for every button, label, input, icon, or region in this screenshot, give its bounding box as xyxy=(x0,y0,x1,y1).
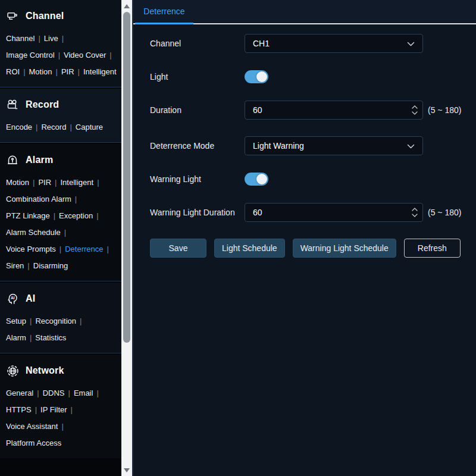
sidebar-item-combination-alarm[interactable]: Combination Alarm xyxy=(6,195,71,203)
sidebar-items-ai: Setup|Recognition|Alarm|Statistics xyxy=(6,313,95,346)
item-separator: | xyxy=(23,67,25,76)
sidebar-item-video-cover[interactable]: Video Cover xyxy=(64,51,106,60)
sidebar-item-platform-access[interactable]: Platform Access xyxy=(6,439,61,447)
tab-bar: Deterrence xyxy=(133,0,476,24)
warning-light-schedule-button[interactable]: Warning Light Schedule xyxy=(293,239,396,258)
sidebar-header-channel[interactable]: Channel xyxy=(6,8,121,24)
chevron-down-icon xyxy=(407,141,415,151)
light-toggle[interactable] xyxy=(245,70,268,83)
sidebar-item-motion[interactable]: Motion xyxy=(29,67,52,76)
save-button[interactable]: Save xyxy=(150,239,206,258)
sidebar-item-general[interactable]: General xyxy=(6,389,33,397)
scroll-up-button[interactable] xyxy=(121,1,132,11)
sidebar-item-group: HTTPS| xyxy=(6,402,40,418)
sidebar-item-group: Exception| xyxy=(59,208,102,224)
globe-icon xyxy=(6,364,19,377)
sidebar-item-deterrence[interactable]: Deterrence xyxy=(65,245,103,253)
warning-light-duration-label: Warning Light Duration xyxy=(150,208,245,217)
sidebar-header-record[interactable]: Record xyxy=(6,96,121,113)
item-separator: | xyxy=(30,333,32,342)
warning-light-label: Warning Light xyxy=(150,174,245,184)
cctv-camera-icon xyxy=(6,10,19,23)
sidebar-item-pir[interactable]: PIR xyxy=(61,67,74,76)
triangle-down-icon xyxy=(124,468,130,472)
warning-light-duration-spinner[interactable] xyxy=(412,203,418,222)
sidebar-item-group: Image Control| xyxy=(6,47,64,64)
sidebar-items-alarm: Motion|PIR|Intelligent|Combination Alarm… xyxy=(6,174,120,274)
sidebar-item-siren[interactable]: Siren xyxy=(6,261,24,270)
sidebar-item-setup[interactable]: Setup xyxy=(6,317,26,325)
deterrence-mode-select[interactable]: Light Warning xyxy=(245,136,423,155)
channel-select-value: CH1 xyxy=(253,39,270,48)
channel-label: Channel xyxy=(150,39,245,48)
deterrence-mode-value: Light Warning xyxy=(253,141,304,151)
duration-input[interactable] xyxy=(245,101,423,120)
item-separator: | xyxy=(61,422,63,431)
sidebar-item-recognition[interactable]: Recognition xyxy=(35,317,76,325)
warning-light-toggle[interactable] xyxy=(245,173,268,186)
sidebar-item-intelligent[interactable]: Intelligent xyxy=(60,178,93,187)
sidebar-title-channel: Channel xyxy=(26,11,64,21)
warning-light-duration-input[interactable] xyxy=(245,203,423,222)
sidebar-item-exception[interactable]: Exception xyxy=(59,211,93,220)
scroll-thumb[interactable] xyxy=(123,12,130,343)
sidebar-item-alarm[interactable]: Alarm xyxy=(6,333,26,342)
warning-light-duration-field xyxy=(245,203,423,222)
sidebar-item-disarming[interactable]: Disarming xyxy=(33,261,68,270)
refresh-button[interactable]: Refresh xyxy=(404,239,461,258)
sidebar-item-group: PIR| xyxy=(38,174,60,191)
sidebar-item-encode[interactable]: Encode xyxy=(6,123,32,131)
sidebar-item-group: Voice Prompts| xyxy=(6,241,65,258)
deterrence-mode-row: Deterrence Mode Light Warning xyxy=(150,136,476,155)
item-separator: | xyxy=(68,389,70,397)
sidebar-item-capture[interactable]: Capture xyxy=(76,123,103,131)
item-separator: | xyxy=(54,211,55,220)
sidebar-item-group: Motion| xyxy=(6,174,38,191)
sidebar-item-ddns[interactable]: DDNS xyxy=(43,389,65,397)
sidebar-item-ip-filter[interactable]: IP Filter xyxy=(40,405,67,414)
sidebar-item-pir[interactable]: PIR xyxy=(38,178,51,187)
item-separator: | xyxy=(55,178,57,187)
item-separator: | xyxy=(36,123,37,131)
sidebar-section-record: RecordEncode|Record|Capture xyxy=(0,89,121,143)
sidebar-item-group: Recognition| xyxy=(35,313,85,330)
duration-spinner[interactable] xyxy=(412,101,418,120)
item-separator: | xyxy=(107,245,109,253)
sidebar-items-network: General|DDNS|Email|HTTPS|IP Filter|Voice… xyxy=(6,385,111,452)
item-separator: | xyxy=(97,178,99,187)
sidebar-header-ai[interactable]: AIAI xyxy=(6,290,121,307)
sidebar-scrollbar[interactable] xyxy=(121,0,132,476)
spinner-up-icon xyxy=(412,105,418,109)
tab-deterrence[interactable]: Deterrence xyxy=(135,0,193,24)
item-separator: | xyxy=(56,67,58,76)
sidebar-item-group: DDNS| xyxy=(43,385,74,402)
sidebar-item-voice-prompts[interactable]: Voice Prompts xyxy=(6,245,56,253)
sidebar-item-group: Combination Alarm| xyxy=(6,191,80,208)
sidebar-item-https[interactable]: HTTPS xyxy=(6,405,32,414)
sidebar-item-record[interactable]: Record xyxy=(41,123,66,131)
sidebar-item-group: Statistics xyxy=(35,330,66,346)
sidebar-item-motion[interactable]: Motion xyxy=(6,178,29,187)
ai-head-icon: AI xyxy=(6,292,19,305)
sidebar-item-group: Platform Access xyxy=(6,435,61,452)
action-buttons: Save Light Schedule Warning Light Schedu… xyxy=(150,239,476,258)
channel-select[interactable]: CH1 xyxy=(245,34,423,53)
sidebar-item-statistics[interactable]: Statistics xyxy=(35,333,66,342)
sidebar-item-image-control[interactable]: Image Control xyxy=(6,51,55,60)
sidebar-item-live[interactable]: Live xyxy=(44,34,58,43)
sidebar-item-voice-assistant[interactable]: Voice Assistant xyxy=(6,422,58,431)
sidebar-item-intelligent[interactable]: Intelligent xyxy=(83,67,117,76)
sidebar-item-ptz-linkage[interactable]: PTZ Linkage xyxy=(6,211,50,220)
sidebar-header-network[interactable]: Network xyxy=(6,362,121,379)
sidebar-item-email[interactable]: Email xyxy=(74,389,93,397)
sidebar-header-alarm[interactable]: Alarm xyxy=(6,152,121,168)
sidebar-item-roi[interactable]: ROI xyxy=(6,67,20,76)
sidebar-item-alarm-schedule[interactable]: Alarm Schedule xyxy=(6,228,61,237)
item-separator: | xyxy=(96,211,98,220)
sidebar-section-alarm: AlarmMotion|PIR|Intelligent|Combination … xyxy=(0,144,121,281)
sidebar-items-record: Encode|Record|Capture xyxy=(6,119,119,136)
deterrence-settings-form: Channel CH1 Light Duration xyxy=(133,24,476,258)
scroll-down-button[interactable] xyxy=(121,465,132,475)
light-schedule-button[interactable]: Light Schedule xyxy=(214,239,285,258)
sidebar-item-channel[interactable]: Channel xyxy=(6,34,35,43)
